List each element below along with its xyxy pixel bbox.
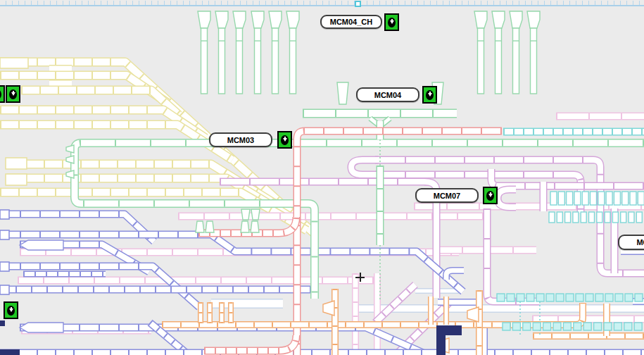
status-indicator[interactable] [277,131,292,149]
conveyor-map-canvas: MCM04_CHMCM04MCM03MCM07MC [0,0,644,355]
status-indicator[interactable] [384,13,399,31]
status-indicator[interactable] [483,187,498,204]
status-indicator[interactable] [6,85,20,103]
label-mcm03[interactable]: MCM03 [209,132,272,147]
conveyor-network [0,0,644,355]
label-mcm04[interactable]: MCM04 [356,87,419,102]
indicator-arrow-icon [388,18,396,27]
indicator-arrow-icon [9,89,17,99]
selection-ruler-ticks [0,1,644,5]
indicator-arrow-icon [486,191,494,201]
label-mcm_partial[interactable]: MC [618,235,644,250]
indicator-arrow-icon [7,306,15,316]
indicator-arrow-icon [281,135,289,145]
selection-handle[interactable] [355,1,361,7]
indicator-arrow-icon [426,90,434,100]
indicator-arrow-icon [0,89,1,99]
selection-ruler-line [0,5,644,6]
status-indicator[interactable] [4,301,18,319]
label-mcm07[interactable]: MCM07 [415,188,479,203]
status-indicator[interactable] [422,86,437,104]
status-indicator[interactable] [0,85,5,103]
crosshair-cursor [355,273,365,282]
label-mcm04_ch[interactable]: MCM04_CH [320,15,382,29]
